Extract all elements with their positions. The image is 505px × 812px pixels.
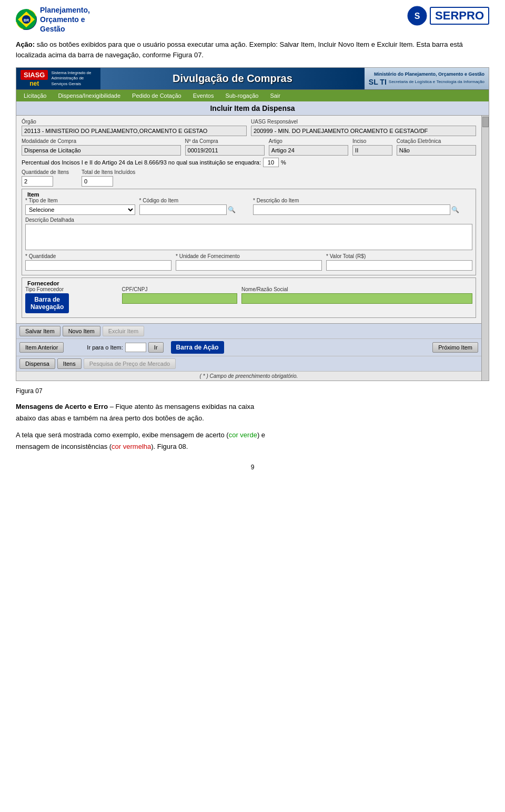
bottom-line2: abaixo das abas e também na área perto d…	[16, 414, 204, 422]
item-legend: Item	[25, 191, 472, 198]
ncompra-input[interactable]	[185, 145, 265, 156]
artigo-group: Artigo	[269, 138, 348, 156]
cotacao-input[interactable]	[397, 145, 476, 156]
bottom-para2-mid: ) e	[257, 431, 265, 439]
page-number: 9	[16, 464, 489, 471]
uasg-group: UASG Responsável	[251, 119, 476, 136]
nav-sair[interactable]: Sair	[265, 91, 286, 100]
descricao-search-icon[interactable]: 🔍	[451, 206, 459, 213]
red-text: cor vermelha	[112, 443, 151, 450]
svg-text:S: S	[415, 12, 420, 20]
total-itens-input[interactable]	[82, 176, 113, 187]
siasg-badge: SIASG	[21, 70, 48, 80]
orgao-label: Órgão	[22, 119, 247, 125]
orgao-input[interactable]	[22, 126, 247, 136]
orgao-group: Órgão	[22, 119, 247, 136]
percentual-row: Percentual dos Incisos I e II do Artigo …	[22, 158, 476, 167]
form-area: Órgão UASG Responsável Modalidade de Com…	[16, 116, 481, 323]
unidade-input[interactable]	[176, 260, 322, 271]
nav-dispensa[interactable]: Dispensa/Inexigibilidade	[53, 91, 126, 100]
modalidade-label: Modalidade de Compra	[22, 138, 181, 144]
bottom-heading-dash: – Fique atento às mensagens exibidas na …	[108, 403, 254, 410]
quantidade-input[interactable]	[25, 260, 171, 271]
siasg-logo-area: SIASG net Sistema Integrado de Administr…	[16, 68, 100, 89]
tab-itens[interactable]: Itens	[57, 358, 82, 369]
percentual-input[interactable]	[263, 158, 279, 167]
fornecedor-row: Tipo Fornecedor Barra deNavegação CPF/CN…	[25, 286, 472, 313]
codigo-input[interactable]	[139, 204, 227, 215]
serpro-brand-text: SERPRO	[430, 7, 489, 25]
codigo-label: * Código do Item	[139, 198, 249, 203]
cpfcnpj-group: CPF/CNPJ	[122, 286, 237, 304]
action-bar: Salvar Item Novo Item Excluir Item	[16, 323, 481, 338]
tipo-item-label: * Tipo de Item	[25, 198, 135, 203]
svg-text:BR: BR	[24, 18, 29, 22]
item-fields-row: * Tipo de Item Selecione * Código do Ite…	[25, 198, 472, 215]
brazil-flag-icon: BR	[16, 9, 37, 30]
serpro-logo: S SERPRO	[407, 5, 489, 26]
nav-cotacao[interactable]: Pedido de Cotação	[127, 91, 187, 100]
desc-detalhada-label: Descrição Detalhada	[25, 217, 472, 223]
salvar-item-button[interactable]: Salvar Item	[19, 326, 60, 336]
cotacao-label: Cotação Eletrônica	[397, 138, 476, 144]
barra-acao-callout: Barra de Ação	[171, 341, 224, 354]
fornecedor-fieldset: Fornecedor Tipo Fornecedor Barra deNaveg…	[22, 277, 476, 318]
modalidade-input[interactable]	[22, 145, 181, 156]
item-anterior-button[interactable]: Item Anterior	[19, 342, 64, 353]
qtd-row: Quantidade de Itens Total de Itens Inclu…	[22, 169, 476, 187]
proximo-item-button[interactable]: Próximo Item	[432, 342, 478, 353]
descricao-label: * Descrição do Item	[253, 198, 472, 203]
codigo-search-icon[interactable]: 🔍	[228, 206, 235, 213]
cpfcnpj-label: CPF/CNPJ	[122, 286, 237, 292]
inciso-group: Inciso	[352, 138, 392, 156]
desc-detalhada-textarea[interactable]	[25, 224, 472, 250]
tipo-fornecedor-label: Tipo Fornecedor	[25, 286, 118, 292]
barra-navegacao-callout: Barra deNavegação	[25, 293, 69, 313]
ir-para-label: Ir para o Item:	[87, 344, 123, 351]
nav-subrogacao[interactable]: Sub-rogação	[220, 91, 264, 100]
page-header: BR Planejamento, Orçamento e Gestão S SE…	[16, 5, 489, 34]
figure-label: Figura 07	[16, 387, 489, 395]
tab-dispensa[interactable]: Dispensa	[19, 358, 55, 369]
barra-acao-callout-wrapper: Barra de Ação	[171, 341, 224, 354]
ir-para-input[interactable]	[125, 343, 146, 352]
total-itens-group: Total de Itens Incluídos	[82, 169, 137, 187]
nav-licitacao[interactable]: Licitação	[18, 91, 52, 100]
valor-group: * Valor Total (R$)	[326, 253, 472, 271]
scrollbar[interactable]	[481, 116, 489, 381]
scrollbar-thumb[interactable]	[482, 117, 489, 127]
quantidade-group: * Quantidade	[25, 253, 171, 271]
ncompra-label: Nº da Compra	[185, 138, 265, 144]
artigo-input[interactable]	[269, 145, 348, 156]
nav-buttons-bar: Item Anterior Ir para o Item: Ir Barra d…	[16, 338, 481, 356]
tipo-item-select[interactable]: Selecione	[25, 204, 135, 215]
tab-pesquisa[interactable]: Pesquisa de Preço de Mercado	[84, 358, 176, 369]
main-nav-bar[interactable]: Licitação Dispensa/Inexigibilidade Pedid…	[16, 90, 489, 101]
cpfcnpj-input[interactable]	[122, 293, 237, 304]
green-text: cor verde	[229, 431, 257, 439]
bottom-para2-start: A tela que será mostrada como exemplo, e…	[16, 431, 229, 439]
uasg-input[interactable]	[251, 126, 476, 136]
unidade-label: * Unidade de Fornecimento	[176, 253, 322, 259]
ncompra-group: Nº da Compra	[185, 138, 265, 156]
valor-input[interactable]	[326, 260, 472, 271]
qtd-itens-input[interactable]	[22, 176, 53, 187]
descricao-input[interactable]	[253, 204, 450, 215]
bottom-heading: Mensagens de Acerto e Erro	[16, 403, 108, 410]
siasg-net: net	[29, 80, 39, 87]
tipo-fornecedor-group: Tipo Fornecedor Barra deNavegação	[25, 286, 118, 313]
percentual-unit: %	[281, 159, 286, 166]
desc-detalhada-group: Descrição Detalhada	[25, 217, 472, 250]
percentual-text: Percentual dos Incisos I e II do Artigo …	[22, 159, 261, 166]
modalidade-row: Modalidade de Compra Nº da Compra Artigo…	[22, 138, 476, 156]
codigo-group: * Código do Item 🔍	[139, 198, 249, 215]
excluir-item-button[interactable]: Excluir Item	[103, 326, 144, 336]
nav-eventos[interactable]: Eventos	[188, 91, 219, 100]
nome-razao-input[interactable]	[241, 293, 472, 304]
ir-button[interactable]: Ir	[148, 342, 164, 353]
quantidade-label: * Quantidade	[25, 253, 171, 259]
footer-required: ( * ) Campo de preenchimento obrigatório…	[16, 371, 481, 381]
inciso-input[interactable]	[352, 145, 392, 156]
novo-item-button[interactable]: Novo Item	[63, 326, 100, 336]
unidade-group: * Unidade de Fornecimento	[176, 253, 322, 271]
